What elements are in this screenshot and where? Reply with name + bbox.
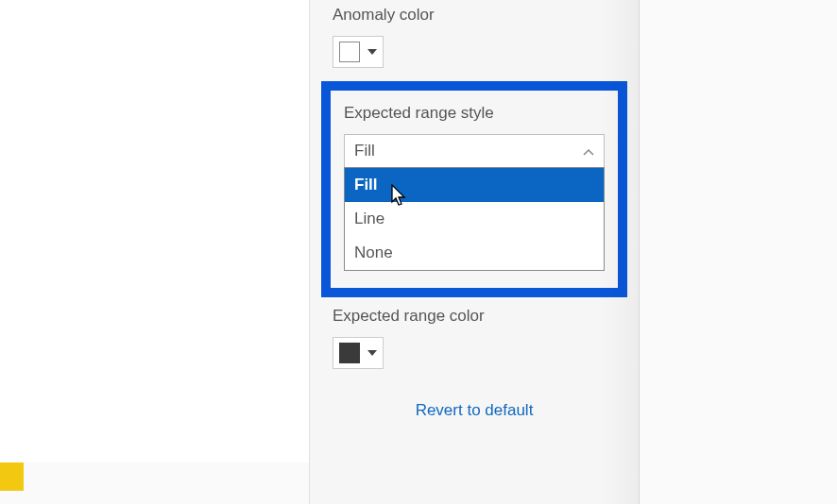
dropdown-option-label: Line [354,210,384,227]
expected-range-color-label: Expected range color [333,307,616,326]
dropdown-option-line[interactable]: Line [345,202,604,236]
dropdown-option-fill[interactable]: Fill [345,168,604,202]
anomaly-color-swatch [339,42,360,62]
format-pane: Anomaly color Expected range style Fill … [309,0,640,504]
expected-range-color-swatch [339,343,360,363]
anomaly-color-section: Anomaly color [310,0,639,77]
expected-range-style-highlight: Expected range style Fill Fill Line None [321,81,627,297]
dropdown-option-label: Fill [354,176,378,193]
dropdown-option-label: None [354,244,393,261]
chevron-up-icon [583,142,594,160]
status-accent-bar [0,462,24,491]
expected-range-style-dropdown[interactable]: Fill [344,134,605,168]
expected-range-color-section: Expected range color [310,301,639,378]
expected-range-style-value: Fill [354,142,375,160]
revert-to-default-link[interactable]: Revert to default [310,401,639,420]
caret-down-icon [367,49,377,55]
expected-range-color-picker[interactable] [333,337,384,369]
caret-down-icon [367,350,377,356]
anomaly-color-label: Anomaly color [333,6,616,25]
expected-range-style-options: Fill Line None [344,167,605,271]
report-canvas [0,0,309,462]
anomaly-color-picker[interactable] [333,36,384,68]
dropdown-option-none[interactable]: None [345,236,604,270]
expected-range-style-label: Expected range style [344,104,605,123]
